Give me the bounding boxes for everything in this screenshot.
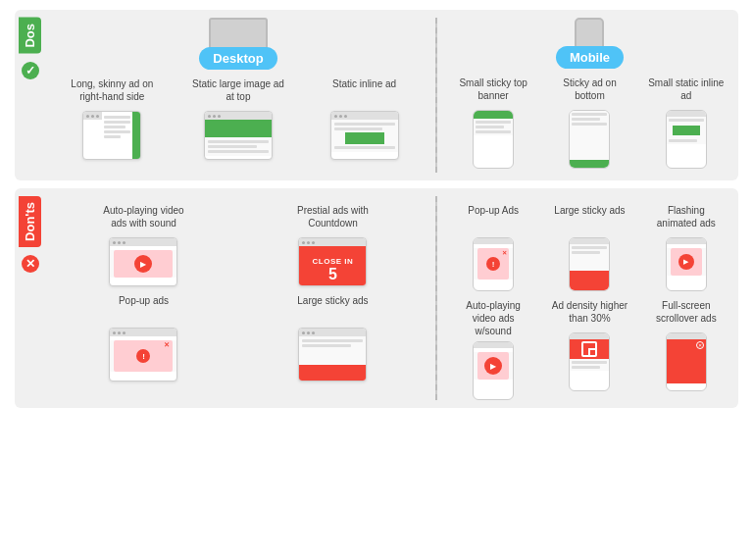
mobile-header: Mobile: [441, 18, 738, 71]
browser-body-video: ▶: [110, 250, 176, 278]
close-in-number: 5: [328, 266, 337, 283]
dos-desktop-ads-row: Long, skinny ad on right-hand side: [45, 77, 431, 164]
browser-bar: [83, 112, 102, 120]
content-line: [302, 339, 363, 342]
content-line: [572, 251, 600, 254]
browser-dot: [307, 241, 310, 244]
section-divider: [435, 18, 437, 173]
content-line: [104, 130, 130, 133]
ad-small-sticky-top: Small sticky top banner: [454, 76, 532, 169]
donts-icon: ✕: [22, 255, 39, 273]
ad-popup-desktop-window: ✕ !: [109, 328, 177, 382]
browser-body-popup: ✕ !: [110, 340, 176, 372]
content-line: [669, 119, 704, 122]
ad-density-label: Ad density higher than 30%: [550, 299, 628, 329]
donts-badge: Don'ts ✕: [15, 188, 45, 408]
skinny-content: [102, 112, 132, 159]
skinny-ad-block: [132, 112, 140, 159]
phone-body: ▶: [667, 248, 706, 276]
ad-auto-play-mobile2: Auto-playing video ads w/sound ▶: [454, 299, 532, 400]
flash-block: ▶: [671, 248, 702, 276]
content-line: [104, 126, 126, 128]
ad-long-skinny-label: Long, skinny ad on right-hand side: [63, 77, 161, 107]
play-icon-mobile: ▶: [484, 357, 502, 375]
density-frame-icon: [581, 341, 597, 357]
browser-bar: [299, 238, 366, 246]
phone-body: ✕ !: [474, 248, 513, 280]
ad-large-sticky-desktop-label: Large sticky ads: [297, 294, 368, 324]
ad-small-static-inline-window: [666, 110, 707, 169]
large-sticky-ad-block: [299, 365, 366, 381]
content-area: [299, 336, 366, 365]
browser-bar: [110, 329, 176, 336]
video-block-mobile: ▶: [477, 352, 509, 380]
ad-fullscreen-scrollover: Full-screen scrollover ads ✕: [647, 299, 726, 400]
content-line: [476, 130, 511, 133]
phone-bar: [667, 238, 706, 244]
dos-label: Dos: [19, 18, 41, 54]
close-in-title: CLOSE IN: [313, 257, 354, 266]
ad-popup-mobile: Pop-up Ads ✕ !: [454, 204, 532, 291]
ad-prestial-label: Prestial ads with Countdown: [283, 204, 381, 233]
content-line: [208, 150, 269, 153]
content-area: [205, 137, 272, 156]
browser-body-skinny: [102, 112, 140, 159]
browser-dot: [344, 115, 347, 118]
ad-large-sticky-mobile-window: [569, 237, 610, 291]
ad-density: Ad density higher than 30%: [550, 299, 628, 400]
browser-bar: [299, 329, 366, 336]
inline-ad-block: [345, 132, 384, 144]
flash-play-icon: ▶: [678, 254, 694, 270]
donts-desktop-group: Auto-playing video ads with sound ▶: [45, 196, 431, 400]
dos-icon: ✓: [22, 62, 39, 79]
browser-body-large-sticky: [299, 336, 366, 381]
browser-dot: [91, 115, 94, 118]
ad-static-inline: Static inline ad: [316, 77, 414, 160]
browser-dot: [307, 331, 310, 334]
phone-bar: [474, 238, 513, 244]
donts-label: Don'ts: [19, 196, 41, 247]
mobile-inline-ad-block: [673, 126, 700, 135]
donts-desktop-row1: Auto-playing video ads with sound ▶: [45, 196, 431, 290]
ad-large-sticky-mobile-label: Large sticky ads: [554, 204, 625, 233]
ad-large-sticky-mobile: Large sticky ads: [550, 204, 628, 291]
browser-body-large-top: [205, 120, 272, 156]
content-area: [570, 359, 609, 371]
donts-desktop-row2: Pop-up ads ✕ !: [45, 290, 431, 382]
ad-small-sticky-top-window: [473, 110, 514, 169]
browser-dot: [118, 331, 121, 334]
browser-body-inline: [331, 120, 398, 152]
ad-static-large-top: Static large image ad at top: [189, 77, 287, 160]
fullscreen-ad-block: ✕: [667, 339, 706, 383]
video-block: ▶: [114, 250, 173, 278]
ad-popup-desktop-label: Pop-up ads: [119, 294, 169, 324]
ad-large-sticky-desktop: Large sticky ads: [283, 294, 381, 382]
play-icon: ▶: [134, 255, 152, 273]
phone-body: [570, 244, 609, 290]
browser-dot: [312, 241, 315, 244]
popup-close-x: ✕: [164, 341, 170, 349]
donts-content: Auto-playing video ads with sound ▶: [45, 188, 738, 408]
content-line: [572, 113, 607, 116]
browser-dot: [302, 241, 305, 244]
sticky-bottom-ad-block: [570, 160, 609, 168]
desktop-badge: Desktop: [199, 47, 276, 70]
ad-popup-desktop: Pop-up ads ✕ !: [94, 294, 192, 382]
ad-small-static-inline-label: Small static inline ad: [647, 76, 726, 106]
browser-dot: [123, 241, 126, 244]
browser-dot: [339, 115, 342, 118]
dos-mobile-ads-row: Small sticky top banner Sticky a: [441, 76, 738, 173]
content-line: [334, 146, 395, 149]
content-area: [570, 244, 609, 271]
browser-dot: [334, 115, 337, 118]
ad-flashing-animated-label: Flashing animated ads: [647, 204, 726, 233]
popup-overlay-mobile: ✕ !: [477, 248, 509, 280]
ad-prestial-countdown: Prestial ads with Countdown CLOSE IN 5: [283, 204, 381, 286]
dos-section: Dos ✓ Desktop Long, skinny ad on rig: [15, 10, 738, 180]
browser-dot: [208, 115, 211, 118]
content-line: [104, 116, 130, 119]
section-divider-donts: [435, 196, 437, 400]
browser-dot: [113, 331, 116, 334]
ad-long-skinny: Long, skinny ad on right-hand side: [63, 77, 161, 160]
content-line: [572, 361, 607, 364]
